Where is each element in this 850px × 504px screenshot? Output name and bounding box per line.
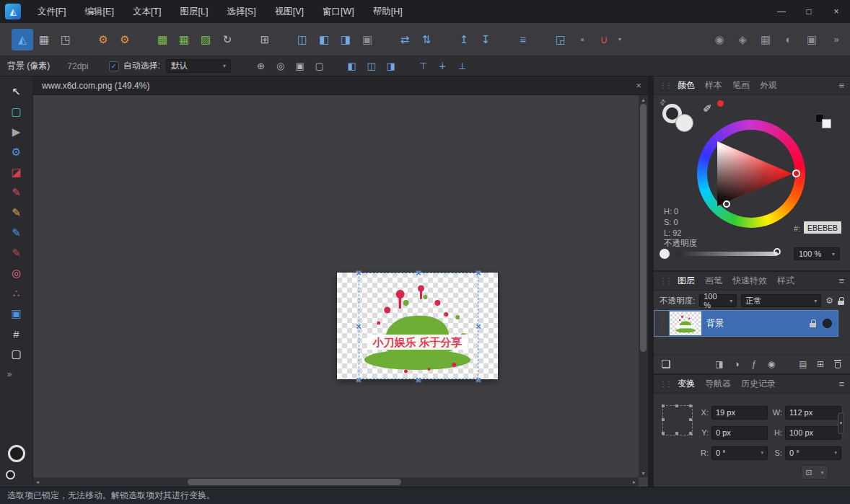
- saturation-marker[interactable]: [723, 200, 730, 208]
- scroll-right-icon[interactable]: ▸: [630, 477, 639, 487]
- panel-grip[interactable]: ⋮⋮: [660, 380, 671, 388]
- adjustment-layer-button[interactable]: ◑: [731, 358, 742, 370]
- document-tab[interactable]: www.x6d.com.png (149.4%): [33, 76, 158, 94]
- align-middle-button[interactable]: ∔: [433, 58, 452, 74]
- auto-select-dropdown[interactable]: 默认 ▾: [166, 59, 231, 73]
- panel-menu-icon[interactable]: ≡: [838, 275, 844, 286]
- panel-grip[interactable]: ⋮⋮: [660, 81, 671, 89]
- menu-help[interactable]: 帮助[H]: [364, 0, 412, 23]
- place-image-tool[interactable]: ▣: [7, 307, 26, 320]
- panel-grip[interactable]: ⋮⋮: [660, 277, 671, 285]
- layer-locked-icon[interactable]: [810, 319, 816, 327]
- layer-opacity-dropdown[interactable]: 100 %▾: [699, 294, 737, 307]
- view-mode-button[interactable]: ◈: [732, 29, 753, 50]
- bounds-button[interactable]: ▢: [310, 58, 329, 74]
- selection-handle[interactable]: ×: [413, 268, 424, 278]
- rotate-canvas-button[interactable]: ↻: [216, 29, 238, 50]
- alignment-button[interactable]: ≡: [512, 29, 534, 50]
- tab-history[interactable]: 历史记录: [741, 378, 776, 390]
- tab-swatches[interactable]: 样本: [705, 79, 722, 92]
- panel-menu-icon[interactable]: ≡: [838, 80, 844, 91]
- vertical-scroll-thumb[interactable]: [640, 104, 647, 352]
- erase-brush-tool[interactable]: ✎: [7, 247, 26, 260]
- menu-window[interactable]: 窗口[W]: [313, 0, 364, 23]
- move-tool[interactable]: ↖: [7, 85, 26, 98]
- snap-shape-button[interactable]: ▨: [195, 29, 216, 50]
- pen-tool[interactable]: ✎: [7, 186, 26, 199]
- paint-brush-tool[interactable]: ✎: [7, 226, 26, 239]
- white-swatch[interactable]: [822, 119, 831, 128]
- flip-horizontal-button[interactable]: ⇄: [394, 29, 416, 50]
- selection-handle[interactable]: ×: [354, 321, 364, 331]
- arrange-backward-button[interactable]: ↧: [475, 29, 496, 50]
- color-wheel[interactable]: [697, 120, 805, 228]
- scroll-left-icon[interactable]: ◂: [33, 477, 42, 487]
- fill-color-well[interactable]: [675, 114, 693, 132]
- menu-text[interactable]: 文本[T]: [123, 0, 171, 23]
- snap-grid-button[interactable]: ▩: [152, 29, 173, 50]
- lock-layer-icon[interactable]: [838, 297, 844, 305]
- toolbar-overflow-button[interactable]: »: [828, 29, 844, 50]
- tab-styles[interactable]: 样式: [777, 275, 794, 287]
- align-center-button[interactable]: ◫: [362, 58, 381, 74]
- minimize-button[interactable]: —: [768, 0, 795, 23]
- tab-stroke[interactable]: 笔画: [732, 79, 750, 92]
- opacity-slider-track[interactable]: [675, 252, 778, 256]
- align-right-button[interactable]: ◨: [381, 58, 400, 74]
- layer-drag-handle[interactable]: ⋮: [654, 311, 669, 336]
- tab-layers[interactable]: 图层: [678, 275, 695, 287]
- close-document-icon[interactable]: ×: [629, 80, 648, 91]
- layer-row[interactable]: ⋮ 背景: [654, 310, 838, 337]
- show-grid-button[interactable]: ⊞: [254, 29, 276, 50]
- snap-pixel-button[interactable]: ▦: [173, 29, 195, 50]
- blur-brush-tool[interactable]: ∴: [7, 287, 26, 300]
- flood-select-tool[interactable]: ⚙: [7, 146, 26, 159]
- export-persona-button[interactable]: ◳: [55, 29, 76, 50]
- pixel-view-button[interactable]: ▦: [755, 29, 776, 50]
- duplicate-layer-button[interactable]: [660, 358, 672, 370]
- maximize-button[interactable]: □: [795, 0, 823, 23]
- menu-view[interactable]: 视图[V]: [266, 0, 313, 23]
- blend-mode-dropdown[interactable]: 正常▾: [741, 294, 821, 307]
- new-pixel-layer-button[interactable]: ▤: [797, 358, 809, 370]
- color-profile-button[interactable]: ◉: [709, 29, 730, 50]
- vertical-scrollbar[interactable]: ▴ ▾: [639, 95, 648, 477]
- tab-navigator[interactable]: 导航器: [705, 378, 731, 390]
- photo-persona-button[interactable]: ◭: [12, 29, 33, 50]
- selection-handle[interactable]: ×: [473, 321, 483, 331]
- selection-handle[interactable]: ×: [473, 374, 483, 384]
- selection-handle[interactable]: ×: [413, 374, 424, 384]
- hue-marker[interactable]: [792, 169, 800, 177]
- new-layer-button[interactable]: ⊞: [815, 358, 826, 370]
- canvas-viewport[interactable]: 小刀娱乐 乐于分享 × × × × × × × ×: [33, 95, 648, 487]
- eyedropper-icon[interactable]: ✐: [703, 102, 712, 115]
- crop-tool[interactable]: #: [7, 327, 26, 340]
- selection-handle[interactable]: ×: [354, 374, 364, 384]
- align-top-button[interactable]: ⊤: [413, 58, 433, 74]
- blend-options-gear-icon[interactable]: ⚙: [825, 296, 833, 306]
- liquify-persona-button[interactable]: ▦: [33, 29, 55, 50]
- tab-brushes[interactable]: 画笔: [705, 275, 722, 287]
- split-view-button[interactable]: ◐: [778, 29, 799, 50]
- close-button[interactable]: ×: [823, 0, 850, 23]
- marquee-select-tool[interactable]: ▢: [7, 105, 26, 118]
- panel-menu-icon[interactable]: ≡: [838, 379, 844, 389]
- shear-slider[interactable]: [838, 412, 844, 434]
- selection-handle[interactable]: ×: [473, 268, 483, 278]
- shape-tool[interactable]: ▢: [7, 348, 26, 361]
- freehand-select-tool[interactable]: ▶: [7, 125, 26, 138]
- menu-select[interactable]: 选择[S]: [217, 0, 265, 23]
- pencil-tool[interactable]: ✎: [7, 206, 26, 219]
- opacity-value-dropdown[interactable]: 100 % ▾: [794, 247, 840, 260]
- menu-edit[interactable]: 编辑[E]: [76, 0, 123, 23]
- hex-value-field[interactable]: EBEBEB: [804, 221, 841, 234]
- insert-target-button[interactable]: ◲: [550, 29, 571, 50]
- selection-bounds[interactable]: × × × × × × × ×: [359, 273, 478, 379]
- rotation-center-button[interactable]: ⊡ ▾: [801, 465, 828, 479]
- live-filter-button[interactable]: ◉: [766, 358, 777, 370]
- tab-quick-fx[interactable]: 快速特效: [732, 275, 767, 287]
- auto-select-checkbox[interactable]: ✓: [109, 61, 119, 71]
- horizontal-scroll-thumb[interactable]: [188, 479, 401, 485]
- scroll-up-icon[interactable]: ▴: [639, 95, 648, 104]
- cycle-selection-box-button[interactable]: ◎: [271, 58, 290, 74]
